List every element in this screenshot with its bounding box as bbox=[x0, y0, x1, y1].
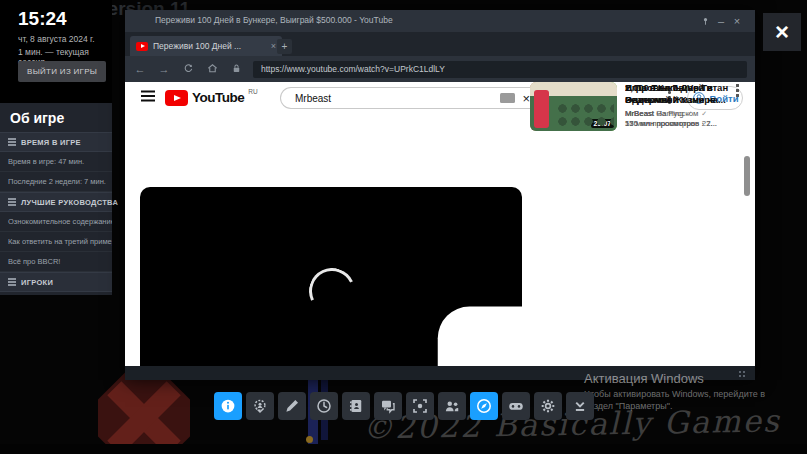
youtube-region: RU bbox=[248, 88, 257, 95]
video-thumbnail[interactable]: 25:07 bbox=[530, 82, 617, 131]
friends-icon bbox=[443, 397, 461, 415]
clock-time: 15:24 bbox=[18, 8, 67, 30]
youtube-play-icon bbox=[165, 90, 188, 106]
verified-icon: ✓ bbox=[701, 110, 707, 118]
page-scrollbar-thumb[interactable] bbox=[744, 156, 750, 196]
minimize-window-button[interactable]: – bbox=[713, 13, 729, 29]
playtime-total: Время в игре: 47 мин. bbox=[0, 152, 112, 172]
pencil-icon bbox=[283, 397, 301, 415]
playtime-recent: Последние 2 недели: 7 мин. bbox=[0, 172, 112, 192]
controller-icon bbox=[507, 397, 525, 415]
clear-search-icon[interactable]: × bbox=[522, 91, 530, 106]
menu-bars-icon bbox=[8, 201, 16, 202]
youtube-favicon bbox=[136, 42, 148, 51]
browser-tabbar: Переживи 100 Дней ... × + bbox=[125, 32, 755, 56]
edit-button[interactable] bbox=[278, 392, 306, 420]
guide-compass-button[interactable] bbox=[470, 392, 498, 420]
search-input[interactable] bbox=[293, 92, 500, 105]
section-players-header[interactable]: ИГРОКИ bbox=[0, 272, 112, 292]
discussions-button[interactable] bbox=[374, 392, 402, 420]
menu-bars-icon bbox=[8, 281, 16, 282]
playtime-button[interactable] bbox=[310, 392, 338, 420]
tab-close-icon[interactable]: × bbox=[271, 41, 276, 51]
guide-link[interactable]: Как ответить на третий пример на bbox=[0, 232, 112, 252]
letterbox-strip bbox=[0, 444, 807, 454]
video-menu-icon[interactable] bbox=[736, 84, 739, 97]
clock-icon bbox=[315, 397, 333, 415]
channel-name[interactable]: MrBeast На Русском✓ bbox=[625, 109, 731, 118]
windows-activation-watermark: Активация Windows Чтобы активировать Win… bbox=[584, 371, 765, 412]
refresh-button[interactable] bbox=[181, 63, 195, 76]
new-tab-button[interactable]: + bbox=[277, 39, 292, 54]
duration-badge: 25:07 bbox=[591, 119, 614, 128]
guide-link[interactable]: Ознокомительное содержание о Б bbox=[0, 212, 112, 232]
browser-window: Переживи 100 Дней в Бункере, Выиграй $50… bbox=[125, 10, 755, 380]
browser-content: YouTube RU × Войти bbox=[125, 82, 755, 366]
back-button[interactable]: ← bbox=[133, 64, 147, 75]
friends-button[interactable] bbox=[438, 392, 466, 420]
achievement-icon bbox=[251, 397, 269, 415]
close-window-button[interactable]: × bbox=[729, 13, 745, 29]
tab-title: Переживи 100 Дней ... bbox=[153, 41, 266, 51]
chevron-down-icon bbox=[571, 397, 589, 415]
overlay-settings-button[interactable] bbox=[534, 392, 562, 420]
clock-date: чт, 8 августа 2024 г. bbox=[18, 34, 95, 44]
notebook-icon bbox=[347, 397, 365, 415]
hamburger-menu-icon[interactable] bbox=[141, 95, 155, 97]
guide-link[interactable]: Всё про BBCR! bbox=[0, 252, 112, 272]
view-count: 55 млн просмотров · 2... bbox=[625, 119, 731, 128]
browser-titlebar[interactable]: Переживи 100 Дней в Бункере, Выиграй $50… bbox=[125, 10, 755, 32]
minimize-overlay-button[interactable] bbox=[566, 392, 594, 420]
window-title: Переживи 100 Дней в Бункере, Выиграй $50… bbox=[155, 15, 393, 25]
browser-tab[interactable]: Переживи 100 Дней ... × bbox=[130, 36, 282, 56]
address-bar[interactable] bbox=[253, 61, 747, 78]
gear-icon bbox=[539, 397, 557, 415]
youtube-logo[interactable]: YouTube RU bbox=[165, 90, 258, 106]
forward-button[interactable]: → bbox=[157, 64, 171, 75]
about-game-panel: Об игре ВРЕМЯ В ИГРЕ Время в игре: 47 ми… bbox=[0, 103, 112, 295]
chat-icon bbox=[379, 397, 397, 415]
info-icon bbox=[219, 397, 237, 415]
game-object bbox=[306, 436, 313, 443]
url-input[interactable] bbox=[259, 63, 741, 75]
screenshot-button[interactable] bbox=[406, 392, 434, 420]
compass-icon bbox=[475, 397, 493, 415]
guides-notes-button[interactable] bbox=[342, 392, 370, 420]
section-playtime-header[interactable]: ВРЕМЯ В ИГРЕ bbox=[0, 132, 112, 152]
keyboard-icon[interactable] bbox=[500, 93, 515, 103]
game-stop-sign bbox=[98, 372, 190, 454]
suggested-title: Игра в Кальмара в Реальной Жизни на... bbox=[625, 82, 731, 106]
browser-navbar: ← → bbox=[125, 56, 755, 82]
home-button[interactable] bbox=[205, 63, 219, 76]
game-info-button[interactable] bbox=[214, 392, 242, 420]
achievements-button[interactable] bbox=[246, 392, 274, 420]
search-box[interactable]: × bbox=[280, 87, 538, 109]
pin-window-button[interactable] bbox=[697, 13, 713, 29]
overlay-clock-panel: 15:24 чт, 8 августа 2024 г. 1 мин. — тек… bbox=[0, 0, 112, 103]
section-guides-header[interactable]: ЛУЧШИЕ РУКОВОДСТВА bbox=[0, 192, 112, 212]
overlay-close-button[interactable]: × bbox=[763, 13, 801, 51]
screenshot-icon bbox=[411, 397, 429, 415]
lock-icon bbox=[229, 63, 243, 76]
youtube-wordmark: YouTube bbox=[192, 90, 244, 106]
video-player[interactable]: 0:00 / 32:20 bbox=[140, 187, 522, 366]
exit-game-button[interactable]: ВЫЙТИ ИЗ ИГРЫ bbox=[18, 61, 106, 82]
suggested-video[interactable]: 25:07 Игра в Кальмара в Реальной Жизни н… bbox=[530, 82, 748, 142]
loading-spinner bbox=[303, 262, 362, 321]
about-game-title: Об игре bbox=[0, 103, 112, 132]
controller-button[interactable] bbox=[502, 392, 530, 420]
overlay-toolbar bbox=[214, 392, 594, 420]
menu-bars-icon bbox=[8, 141, 16, 142]
